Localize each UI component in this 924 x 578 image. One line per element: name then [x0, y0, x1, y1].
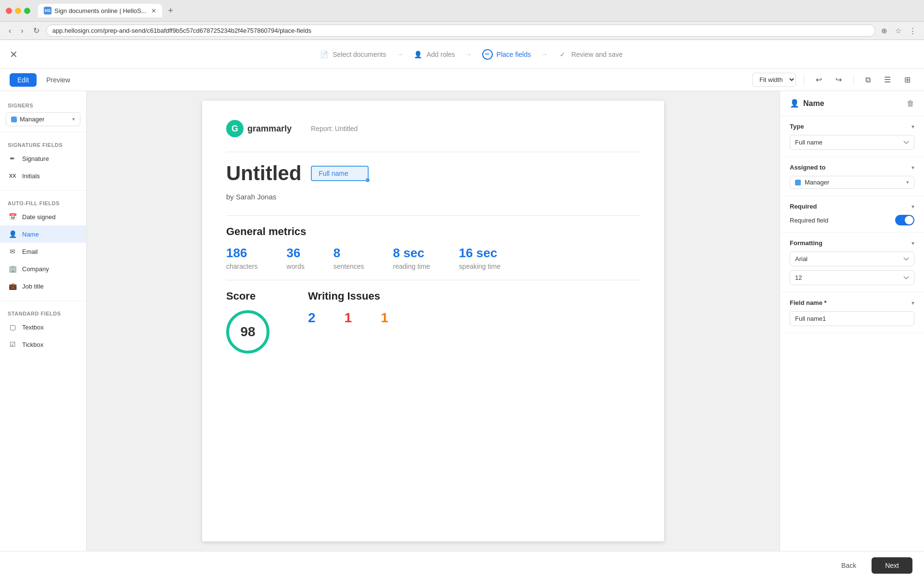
- main-content: Signers Manager ▾ Signature fields ✒ Sig…: [0, 91, 924, 551]
- assigned-chevron-icon: ▾: [906, 179, 909, 185]
- sidebar-item-company[interactable]: 🏢 Company: [0, 260, 86, 277]
- address-bar[interactable]: [46, 25, 875, 37]
- signature-icon: ✒: [8, 154, 17, 163]
- tickbox-label: Tickbox: [22, 341, 43, 348]
- browser-tab[interactable]: HS Sign documents online | HelloS... ✕: [38, 4, 162, 17]
- company-label: Company: [22, 265, 49, 273]
- step-add-roles-label: Add roles: [426, 51, 455, 58]
- panel-field-name-header: Field name * ▾: [790, 299, 914, 306]
- reload-button[interactable]: ↻: [30, 25, 42, 36]
- type-select[interactable]: Full name First name Last name: [790, 135, 914, 150]
- metric-characters-value: 186: [226, 246, 257, 261]
- metric-characters: 186 characters: [226, 246, 257, 270]
- back-nav-button[interactable]: ‹: [6, 26, 14, 36]
- name-icon: 👤: [8, 229, 17, 239]
- new-tab-button[interactable]: +: [168, 6, 173, 16]
- sidebar-divider-1: [0, 132, 86, 132]
- sidebar-divider-2: [0, 190, 86, 191]
- align-button[interactable]: ☰: [880, 73, 895, 86]
- toolbar-divider-2: [853, 74, 854, 86]
- step-review-save[interactable]: ✓ Review and save: [550, 46, 630, 63]
- undo-button[interactable]: ↩: [812, 73, 826, 86]
- duplicate-button[interactable]: ⧉: [861, 74, 874, 86]
- name-label: Name: [22, 231, 39, 238]
- grid-button[interactable]: ⊞: [900, 73, 914, 86]
- menu-button[interactable]: ⋮: [907, 26, 918, 36]
- panel-delete-button[interactable]: 🗑: [907, 99, 914, 108]
- extensions-button[interactable]: ⊕: [879, 26, 889, 36]
- signature-label: Signature: [22, 155, 49, 162]
- step-add-roles[interactable]: 👤 Add roles: [405, 46, 462, 63]
- doc-score-divider: [226, 280, 640, 280]
- panel-type-header: Type ▾: [790, 123, 914, 130]
- sidebar-item-tickbox[interactable]: ☑ Tickbox: [0, 336, 86, 353]
- required-toggle-row: Required field: [790, 215, 914, 225]
- doc-header: G grammarly Report: Untitled: [226, 120, 640, 137]
- sidebar-divider-3: [0, 301, 86, 301]
- tickbox-icon: ☑: [8, 340, 17, 349]
- score-title: Score: [226, 290, 270, 302]
- sidebar-item-signature[interactable]: ✒ Signature: [0, 150, 86, 167]
- next-button[interactable]: Next: [872, 557, 912, 574]
- document-icon: 📄: [319, 50, 329, 59]
- tab-favicon: HS: [44, 7, 51, 14]
- field-resize-handle[interactable]: [366, 178, 370, 182]
- sidebar-item-date-signed[interactable]: 📅 Date signed: [0, 208, 86, 225]
- close-dot[interactable]: [6, 8, 12, 14]
- edit-tab[interactable]: Edit: [10, 73, 37, 87]
- browser-actions: ⊕ ☆ ⋮: [879, 26, 918, 36]
- forward-nav-button[interactable]: ›: [18, 26, 26, 36]
- panel-title-icon: 👤: [790, 99, 799, 108]
- sidebar-item-initials[interactable]: XX Initials: [0, 167, 86, 184]
- metric-words-label: words: [286, 263, 304, 270]
- panel-assigned-section: Assigned to ▾ Manager ▾: [780, 157, 924, 196]
- sidebar-item-job-title[interactable]: 💼 Job title: [0, 277, 86, 295]
- tab-close-button[interactable]: ✕: [151, 7, 156, 14]
- score-circle: 98: [226, 310, 270, 354]
- step-arrow-3: →: [540, 50, 548, 59]
- bookmark-button[interactable]: ☆: [893, 26, 903, 36]
- metrics-grid: 186 characters 36 words 8 sentences 8 se…: [226, 246, 640, 270]
- metric-sentences: 8 sentences: [334, 246, 364, 270]
- full-name-field-box[interactable]: Full name: [311, 166, 369, 181]
- signer-selector[interactable]: Manager ▾: [6, 112, 80, 126]
- place-fields-icon: ✏: [482, 49, 493, 60]
- panel-required-section: Required ▾ Required field: [780, 196, 924, 233]
- panel-formatting-label: Formatting: [790, 239, 822, 247]
- step-select-documents[interactable]: 📄 Select documents: [311, 46, 394, 63]
- close-button[interactable]: ✕: [10, 49, 18, 60]
- doc-author: by Sarah Jonas: [226, 193, 640, 201]
- assigned-to-selector[interactable]: Manager ▾: [790, 176, 914, 189]
- toolbar-divider-1: [804, 74, 804, 86]
- panel-formatting-header: Formatting ▾: [790, 239, 914, 247]
- panel-title: 👤 Name: [790, 99, 824, 108]
- sidebar-item-name[interactable]: 👤 Name: [0, 225, 86, 243]
- document-area: G grammarly Report: Untitled Untitled Fu…: [87, 91, 780, 551]
- panel-formatting-section: Formatting ▾ Arial 12: [780, 233, 924, 292]
- assigned-color-dot: [795, 180, 801, 185]
- step-place-fields[interactable]: ✏ Place fields: [475, 45, 539, 64]
- maximize-dot[interactable]: [24, 8, 30, 14]
- sidebar-item-email[interactable]: ✉ Email: [0, 243, 86, 260]
- font-size-select[interactable]: 12: [790, 270, 914, 285]
- redo-button[interactable]: ↪: [832, 73, 846, 86]
- zoom-select[interactable]: Fit width: [752, 73, 796, 87]
- required-toggle[interactable]: [895, 215, 914, 225]
- doc-content-divider: [226, 215, 640, 216]
- font-inputs: Arial: [790, 251, 914, 266]
- user-icon: 👤: [413, 50, 423, 59]
- writing-issues-subsection: Writing Issues 2 1 1: [308, 290, 388, 326]
- font-family-select[interactable]: Arial: [790, 251, 914, 266]
- metric-speaking-time-value: 16 sec: [459, 246, 500, 261]
- field-name-input[interactable]: [790, 311, 914, 326]
- back-button[interactable]: Back: [832, 558, 866, 573]
- minimize-dot[interactable]: [15, 8, 21, 14]
- preview-tab[interactable]: Preview: [38, 73, 78, 87]
- metric-sentences-value: 8: [334, 246, 364, 261]
- metric-speaking-time-label: speaking time: [459, 263, 500, 270]
- panel-required-section-label: Required: [790, 203, 817, 210]
- steps-nav: 📄 Select documents → 👤 Add roles → ✏ Pla…: [27, 45, 914, 64]
- sidebar-item-textbox[interactable]: ▢ Textbox: [0, 318, 86, 336]
- panel-assigned-label: Assigned to: [790, 164, 825, 171]
- panel-assigned-header: Assigned to ▾: [790, 164, 914, 171]
